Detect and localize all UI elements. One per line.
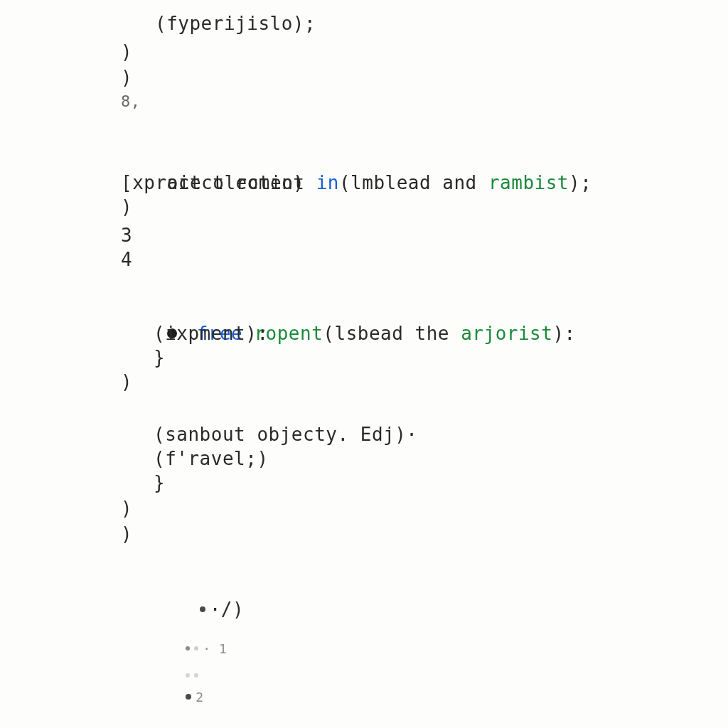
- code-line: ): [121, 40, 132, 64]
- code-line: (sanbout objecty. Edj)·: [154, 422, 418, 446]
- code-line: (f'ravel;): [154, 446, 269, 471]
- code-line: ): [121, 522, 132, 546]
- token: (lsbead the: [323, 323, 461, 344]
- code-editor[interactable]: (fyperijislo); ) ) 8, oiect roment in(lm…: [0, 0, 728, 728]
- keyword-token: in: [316, 172, 339, 193]
- code-line: }: [154, 471, 165, 495]
- code-line: 4: [121, 247, 132, 272]
- code-line: ): [121, 65, 132, 90]
- code-line: 8,: [121, 90, 141, 114]
- code-line: 3: [121, 223, 132, 247]
- ident-token: rambist: [488, 172, 569, 193]
- ident-token: arjorist: [461, 323, 552, 344]
- token: ):: [552, 323, 575, 344]
- code-line: }: [154, 346, 165, 370]
- token: · 1: [203, 641, 227, 656]
- code-line: (fyperijislo);: [155, 11, 316, 36]
- token: );: [569, 172, 592, 193]
- code-line: ·: [121, 702, 230, 728]
- dot-icon: [186, 694, 191, 700]
- code-line: ): [121, 370, 132, 394]
- code-line: (ixpment):: [154, 321, 269, 346]
- token: (lmblead and: [339, 172, 488, 193]
- code-line: ): [121, 195, 132, 219]
- code-line: [xpract olectio): [121, 171, 304, 195]
- code-line: ): [121, 496, 132, 520]
- dot-icon: [200, 606, 205, 612]
